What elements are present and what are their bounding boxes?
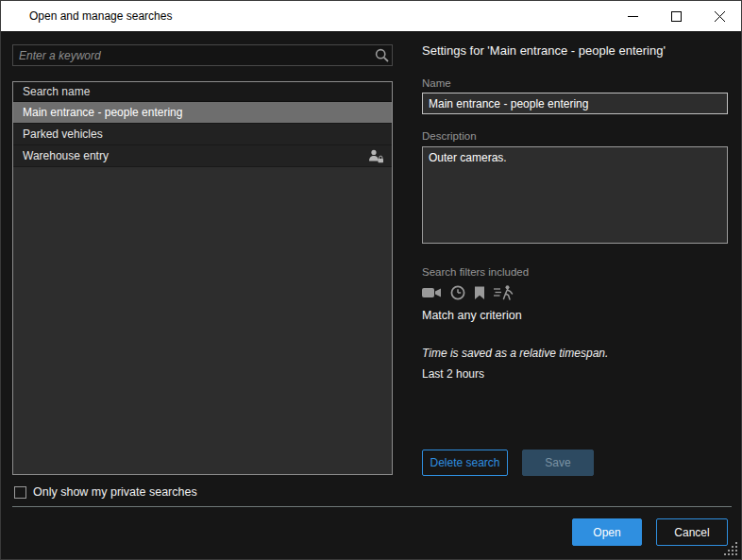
maximize-icon xyxy=(671,11,682,22)
save-button[interactable]: Save xyxy=(522,450,594,476)
list-item-label: Warehouse entry xyxy=(23,149,368,162)
close-icon xyxy=(715,11,725,22)
description-field[interactable]: Outer cameras. xyxy=(422,146,728,244)
private-searches-label: Only show my private searches xyxy=(33,485,197,499)
name-label: Name xyxy=(422,77,728,89)
cancel-button[interactable]: Cancel xyxy=(656,518,728,546)
list-item-parked-vehicles[interactable]: Parked vehicles xyxy=(13,124,392,145)
maximize-button[interactable] xyxy=(654,1,698,31)
list-item-label: Main entrance - people entering xyxy=(23,106,384,119)
private-searches-checkbox[interactable] xyxy=(14,486,26,499)
timespan-value: Last 2 hours xyxy=(422,367,728,381)
list-item-main-entrance[interactable]: Main entrance - people entering xyxy=(13,102,392,124)
open-and-manage-searches-dialog: Open and manage searches xyxy=(0,0,742,560)
description-label: Description xyxy=(422,130,728,142)
open-button[interactable]: Open xyxy=(572,518,642,546)
settings-heading: Settings for 'Main entrance - people ent… xyxy=(422,43,728,58)
list-item-label: Parked vehicles xyxy=(23,127,384,141)
camera-icon xyxy=(422,286,442,299)
keyword-search-box xyxy=(12,44,393,66)
delete-search-button[interactable]: Delete search xyxy=(422,450,508,476)
private-search-icon xyxy=(368,149,384,163)
window-title: Open and manage searches xyxy=(29,9,172,23)
match-criterion-text: Match any criterion xyxy=(422,309,728,322)
search-filters-label: Search filters included xyxy=(422,266,728,278)
minimize-button[interactable] xyxy=(611,1,654,31)
window-controls xyxy=(611,1,741,31)
footer-divider xyxy=(12,506,732,507)
saved-searches-list: Search name Main entrance - people enter… xyxy=(12,81,393,475)
search-filter-icons xyxy=(422,285,728,300)
magnifier-icon xyxy=(371,48,392,62)
motion-person-icon xyxy=(494,285,514,300)
titlebar: Open and manage searches xyxy=(1,1,741,31)
list-item-warehouse-entry[interactable]: Warehouse entry xyxy=(13,145,392,167)
timespan-note: Time is saved as a relative timespan. xyxy=(422,347,728,360)
resize-grip-icon[interactable] xyxy=(724,542,737,555)
bookmark-icon xyxy=(474,286,485,300)
private-searches-filter[interactable]: Only show my private searches xyxy=(14,485,197,499)
name-field[interactable] xyxy=(422,93,728,114)
list-column-header: Search name xyxy=(13,82,392,102)
keyword-search-input[interactable] xyxy=(13,45,371,65)
minimize-icon xyxy=(628,11,638,22)
close-button[interactable] xyxy=(698,1,741,31)
clock-icon xyxy=(450,285,465,300)
